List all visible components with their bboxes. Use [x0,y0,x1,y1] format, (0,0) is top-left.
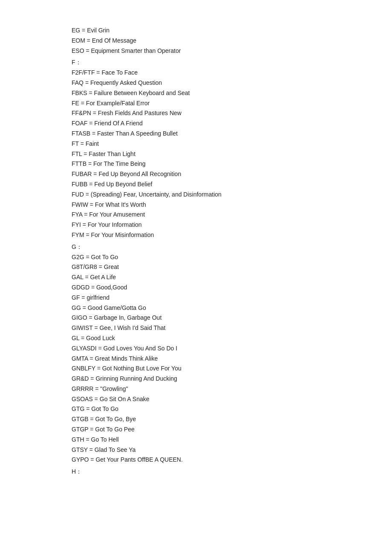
entry-fubar: FUBAR = Fed Up Beyond All Recognition [72,169,320,179]
entry-faq: FAQ = Frequently Asked Question [72,78,320,88]
entry-gtgb: GTGB = Got To Go, Bye [72,414,320,425]
entry-ft: FT = Faint [72,139,320,149]
entry-fubb: FUBB = Fed Up Beyond Belief [72,179,320,190]
entry-f-header: F： [72,58,320,68]
entry-g-header: G： [72,242,320,252]
entry-gth: GTH = Go To Hell [72,435,320,445]
entry-gdgd: GDGD = Good,Good [72,283,320,293]
entry-ftasb: FTASB = Faster Than A Speeding Bullet [72,129,320,139]
entry-gl: GL = Good Luck [72,333,320,344]
entry-eg: EG = Evil Grin [72,26,320,36]
entry-fym: FYM = For Your Misinformation [72,230,320,240]
entry-gf: GF = girlfriend [72,293,320,303]
entry-ffpn: FF&PN = Fresh Fields And Pastures New [72,108,320,119]
entry-g8t: G8T/GR8 = Great [72,262,320,272]
entry-eso: ESO = Equipment Smarter than Operator [72,46,320,56]
entry-fttb: FTTB = For The Time Being [72,159,320,169]
entry-gal: GAL = Get A Life [72,272,320,283]
entry-gtgp: GTGP = Got To Go Pee [72,425,320,435]
entry-eom: EOM = End Of Message [72,36,320,46]
entry-fud: FUD = (Spreading) Fear, Uncertainty, and… [72,190,320,200]
entry-gigo: GIGO = Garbage In, Garbage Out [72,313,320,323]
entry-gg: GG = Good Game/Gotta Go [72,303,320,313]
entry-gmta: GMTA = Great Minds Think Alike [72,354,320,364]
entry-gtg: GTG = Got To Go [72,404,320,414]
entry-fwiw: FWIW = For What It's Worth [72,200,320,210]
entry-f2f: F2F/FTF = Face To Face [72,68,320,78]
entry-g2g: G2G = Got To Go [72,252,320,263]
entry-h-header: H： [72,467,320,477]
entry-fe: FE = For Example/Fatal Error [72,98,320,109]
entry-fyi: FYI = For Your Information [72,220,320,230]
entry-gtsy: GTSY = Glad To See Ya [72,445,320,455]
entry-foaf: FOAF = Friend Of A Friend [72,119,320,129]
entry-ftl: FTL = Faster Than Light [72,149,320,159]
entry-gsoas: GSOAS = Go Sit On A Snake [72,394,320,405]
entry-glyasdi: GLYASDI = God Loves You And So Do I [72,344,320,354]
entry-fbks: FBKS = Failure Between Keyboard and Seat [72,88,320,98]
entry-fya: FYA = For Your Amusement [72,210,320,220]
entry-giwist: GIWIST = Gee, I Wish I'd Said That [72,323,320,333]
entry-gnblfy: GNBLFY = Got Nothing But Love For You [72,364,320,374]
entry-gypo: GYPO = Get Your Pants OffBE A QUEEN. [72,455,320,465]
entry-grand: GR&D = Grinning Running And Ducking [72,374,320,384]
main-content: EG = Evil GrinEOM = End Of MessageESO = … [0,0,392,503]
entry-grrrr: GRRRR = "Growling" [72,384,320,394]
